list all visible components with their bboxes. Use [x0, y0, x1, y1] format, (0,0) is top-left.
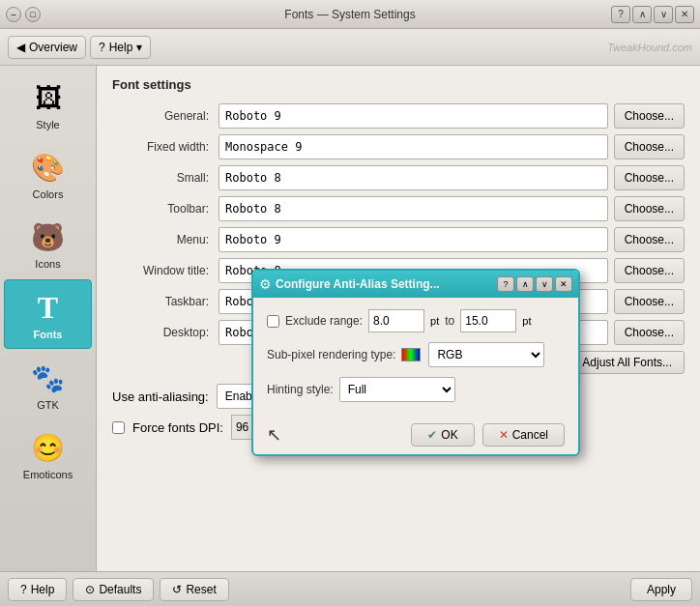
ok-checkmark-icon: ✔ [427, 428, 437, 442]
font-row: Toolbar:Choose... [112, 196, 685, 221]
cancel-button[interactable]: ✕ Cancel [482, 423, 565, 447]
main-layout: 🖼 Style 🎨 Colors 🐻 Icons T Fonts 🐾 GTK 😊… [0, 66, 700, 571]
sidebar-item-emoticons-label: Emoticons [23, 469, 73, 480]
reset-label: Reset [186, 583, 216, 596]
defaults-button[interactable]: ⊙ Defaults [73, 578, 154, 601]
font-row: Menu:Choose... [112, 227, 685, 252]
apply-button[interactable]: Apply [630, 578, 692, 601]
titlebar-right: ? ∧ ∨ ✕ [611, 6, 694, 23]
font-row: Fixed width:Choose... [112, 134, 685, 159]
dialog-roll-down-button[interactable]: ∧ [516, 276, 534, 292]
bottombar: ? Help ⊙ Defaults ↺ Reset Apply [0, 571, 700, 606]
sidebar-item-style-label: Style [36, 119, 59, 130]
choose-button-7[interactable]: Choose... [614, 320, 685, 345]
close-button[interactable]: ✕ [675, 6, 694, 23]
dialog-footer: ↖ ✔ OK ✕ Cancel [253, 423, 578, 454]
to-label: to [445, 314, 454, 328]
exclude-range-checkbox[interactable] [267, 315, 279, 328]
font-label-5: Window title: [112, 264, 219, 277]
sidebar-item-icons[interactable]: 🐻 Icons [4, 210, 92, 277]
dialog-help-button[interactable]: ? [497, 276, 514, 292]
font-input-4[interactable] [219, 227, 608, 252]
choose-button-1[interactable]: Choose... [614, 134, 685, 159]
dialog-buttons: ✔ OK ✕ Cancel [281, 423, 565, 447]
adjust-all-button[interactable]: Adjust All Fonts... [569, 351, 685, 374]
choose-button-6[interactable]: Choose... [614, 289, 685, 314]
font-input-2[interactable] [219, 165, 608, 190]
dialog-title: Configure Anti-Alias Setting... [276, 277, 493, 291]
gtk-icon: 🐾 [29, 359, 68, 397]
sidebar-item-gtk[interactable]: 🐾 GTK [4, 351, 92, 418]
choose-button-0[interactable]: Choose... [614, 103, 685, 129]
subpixel-label: Sub-pixel rendering type: [267, 348, 395, 361]
font-label-6: Taskbar: [112, 295, 219, 308]
sidebar: 🖼 Style 🎨 Colors 🐻 Icons T Fonts 🐾 GTK 😊… [0, 66, 97, 571]
overview-button[interactable]: ◀ Overview [8, 36, 86, 59]
roll-down-button[interactable]: ∧ [632, 6, 652, 23]
cancel-label: Cancel [512, 428, 548, 442]
content-area: Font settings General:Choose...Fixed wid… [97, 66, 700, 571]
dialog-content: Exclude range: pt to pt Sub-pixel render… [253, 298, 578, 423]
help-button[interactable]: ? Help ▾ [90, 36, 151, 59]
sidebar-item-fonts[interactable]: T Fonts [4, 279, 92, 349]
font-row: Small:Choose... [112, 165, 685, 190]
exclude-range-label: Exclude range: [285, 314, 363, 328]
icons-icon: 🐻 [29, 217, 68, 256]
sidebar-item-colors-label: Colors [33, 188, 64, 200]
cancel-x-icon: ✕ [499, 428, 509, 442]
dialog-roll-up-button[interactable]: ∨ [536, 276, 553, 292]
exclude-to-input[interactable] [460, 309, 516, 332]
font-label-2: Small: [112, 171, 219, 185]
titlebar: – □ Fonts — System Settings ? ∧ ∨ ✕ [0, 0, 700, 29]
exclude-from-input[interactable] [368, 309, 424, 332]
dialog-settings-icon: ⚙ [259, 276, 272, 292]
font-input-3[interactable] [219, 196, 608, 221]
style-icon: 🖼 [29, 78, 68, 117]
help-bottom-icon: ? [20, 583, 27, 596]
font-input-0[interactable] [219, 103, 608, 129]
force-dpi-checkbox[interactable] [112, 421, 125, 434]
pt-label-to: pt [522, 315, 531, 327]
sidebar-item-fonts-label: Fonts [34, 329, 63, 340]
colors-icon: 🎨 [29, 148, 68, 187]
font-label-3: Toolbar: [112, 202, 219, 216]
sidebar-item-gtk-label: GTK [37, 399, 59, 411]
titlebar-left: – □ [6, 7, 41, 22]
watermark: TweakHound.com [607, 42, 692, 53]
choose-button-4[interactable]: Choose... [614, 227, 685, 252]
cursor-icon: ↖ [267, 424, 281, 446]
sidebar-item-colors[interactable]: 🎨 Colors [4, 140, 92, 208]
exclude-range-row: Exclude range: pt to pt [267, 309, 565, 332]
defaults-label: Defaults [99, 583, 141, 596]
font-label-4: Menu: [112, 233, 219, 246]
antialiasing-label: Use anti-aliasing: [112, 390, 209, 404]
hinting-select[interactable]: Full Medium Slight None [339, 377, 455, 402]
minimize-button[interactable]: – [6, 7, 21, 22]
choose-button-3[interactable]: Choose... [614, 196, 685, 221]
choose-button-2[interactable]: Choose... [614, 165, 685, 190]
sidebar-item-emoticons[interactable]: 😊 Emoticons [4, 420, 92, 488]
hinting-label: Hinting style: [267, 383, 334, 396]
help-bottom-label: Help [31, 583, 55, 596]
font-label-7: Desktop: [112, 326, 219, 339]
sidebar-item-style[interactable]: 🖼 Style [4, 71, 92, 138]
font-input-1[interactable] [219, 134, 608, 159]
maximize-button[interactable]: □ [25, 7, 41, 22]
emoticons-icon: 😊 [29, 428, 68, 467]
sidebar-item-icons-label: Icons [35, 258, 60, 270]
subpixel-select[interactable]: RGB BGR None [428, 342, 544, 367]
ok-label: OK [441, 428, 457, 442]
dialog-close-button[interactable]: ✕ [555, 276, 572, 292]
font-label-0: General: [112, 109, 219, 123]
help-bottom-button[interactable]: ? Help [8, 578, 67, 601]
roll-up-button[interactable]: ∨ [654, 6, 673, 23]
configure-dialog: ⚙ Configure Anti-Alias Setting... ? ∧ ∨ … [251, 269, 580, 456]
reset-button[interactable]: ↺ Reset [160, 578, 228, 601]
defaults-icon: ⊙ [85, 583, 95, 596]
choose-button-5[interactable]: Choose... [614, 258, 685, 283]
ok-button[interactable]: ✔ OK [411, 423, 474, 447]
rgb-swatch [401, 348, 421, 361]
dialog-win-buttons: ? ∧ ∨ ✕ [497, 276, 572, 292]
help-window-button[interactable]: ? [611, 6, 630, 23]
subpixel-row: Sub-pixel rendering type: RGB BGR None [267, 342, 565, 367]
